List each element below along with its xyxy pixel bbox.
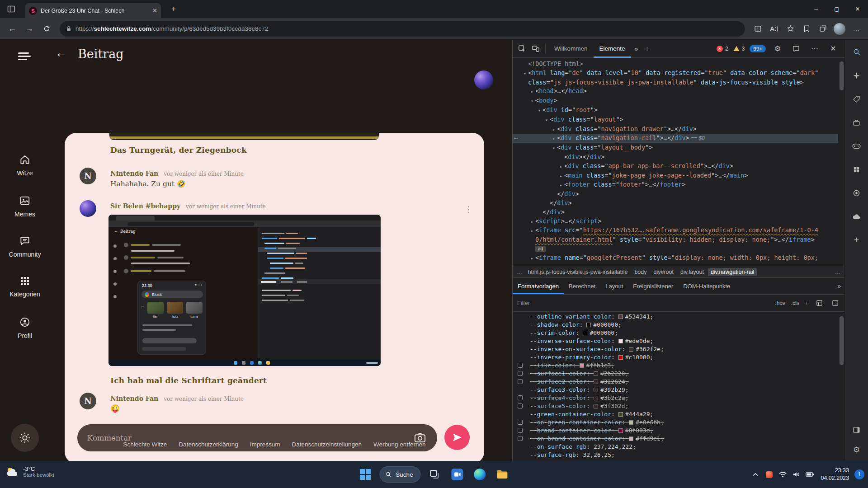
expand-arrow-icon[interactable]: ▸ [529, 87, 535, 96]
page-back-icon[interactable]: ← [55, 46, 67, 60]
notification-badge[interactable]: 1 [854, 469, 864, 479]
user-avatar[interactable] [474, 70, 493, 89]
tab-willkommen[interactable]: Willkommen [548, 40, 594, 58]
add-panel-icon[interactable]: + [642, 45, 652, 52]
search-icon[interactable] [852, 47, 862, 57]
error-icon[interactable]: ✕ [717, 46, 723, 52]
expand-arrow-icon[interactable]: ▾ [536, 106, 542, 115]
more-tabs-icon[interactable]: » [631, 45, 642, 52]
tree-node[interactable]: <div></div> [513, 153, 838, 162]
tray-chevron-icon[interactable] [750, 469, 761, 480]
color-swatch[interactable] [629, 420, 633, 425]
property-checkbox[interactable] [518, 420, 523, 425]
message-menu-icon[interactable]: ⋮ [464, 204, 473, 214]
css-property-row[interactable]: --brand-container-color: #8f003d; [513, 427, 838, 435]
onedrive-icon[interactable] [852, 211, 862, 221]
color-swatch[interactable] [618, 428, 623, 433]
edge-app-icon[interactable] [472, 466, 489, 483]
tab-layout[interactable]: Layout [600, 278, 628, 294]
sidebar-item-witze[interactable]: Witze [0, 154, 50, 177]
cropped-image[interactable] [109, 133, 379, 140]
tree-node[interactable]: ▸<iframe name="googlefcPresent" style="d… [513, 253, 838, 263]
avatar[interactable]: N [80, 393, 96, 409]
forward-icon[interactable]: → [22, 21, 37, 37]
embedded-screenshot-image[interactable]: ← Beitrag 23:30 ▾ ⌁ ▪ Block ≡ tier [108, 215, 381, 366]
css-property-row[interactable]: --surface-rgb: 32,26,25; [513, 451, 838, 459]
tab-close-icon[interactable]: ✕ [152, 7, 157, 14]
color-swatch[interactable] [594, 371, 598, 376]
property-checkbox[interactable] [518, 371, 523, 376]
color-swatch[interactable] [618, 314, 623, 319]
footer-link[interactable]: Schlechte Witze [123, 441, 167, 448]
property-checkbox[interactable] [518, 404, 523, 408]
profile-avatar[interactable] [834, 23, 845, 35]
property-checkbox[interactable] [518, 395, 523, 400]
color-swatch[interactable] [618, 412, 623, 417]
breadcrumb-item[interactable]: div#root [651, 268, 676, 276]
tree-node[interactable]: ▸<head>…</head> [513, 87, 838, 96]
rendering-icon[interactable] [814, 296, 824, 310]
css-property-row[interactable]: --surface2-color: #322624; [513, 378, 838, 386]
color-swatch[interactable] [594, 404, 598, 408]
expand-arrow-icon[interactable]: ▸ [558, 181, 564, 190]
css-property-row[interactable]: --inverse-surface-color: #ede0de; [513, 337, 838, 345]
browser-tab[interactable]: S Der Große 23 Uhr Chat - Schlech ✕ [25, 3, 161, 18]
tools-icon[interactable] [852, 117, 862, 127]
css-property-row[interactable]: --surface5-color: #3f302d; [513, 402, 838, 410]
chat-app-icon[interactable] [449, 466, 466, 483]
tree-node[interactable]: ▾<div id="root"> [513, 106, 838, 115]
theme-toggle-button[interactable] [11, 424, 39, 452]
weather-widget[interactable]: -3°C Stark bewölkt [5, 465, 54, 478]
tree-node[interactable]: </div> [513, 199, 838, 208]
warning-icon[interactable] [733, 46, 740, 52]
task-view-button[interactable] [426, 466, 443, 483]
footer-link[interactable]: Datenschutzeinstellungen [292, 441, 362, 448]
css-property-row[interactable]: --outline-variant-color: #534341; [513, 313, 838, 321]
color-swatch[interactable] [594, 388, 598, 392]
expand-arrow-icon[interactable]: ▸ [551, 125, 557, 134]
breadcrumb-item[interactable]: body [632, 268, 649, 276]
tree-node[interactable]: </div> [513, 208, 838, 217]
css-property-row[interactable]: --inverse-primary-color: #c10000; [513, 353, 838, 361]
footer-link[interactable]: Datenschutzerklärung [179, 441, 238, 448]
expand-arrow-icon[interactable]: ▸ [529, 226, 535, 235]
tree-node[interactable]: ▾<div class="layout"> [513, 115, 838, 125]
games-icon[interactable] [852, 141, 862, 151]
expand-arrow-icon[interactable]: ▸ [529, 254, 535, 263]
new-rule-icon[interactable]: + [805, 300, 808, 306]
tree-node[interactable]: 0/html/container.html" style="visibility… [513, 235, 838, 244]
tree-node[interactable]: <!DOCTYPE html> [513, 60, 838, 69]
property-checkbox[interactable] [518, 363, 523, 368]
sidebar-panel-icon[interactable] [852, 425, 862, 435]
expand-arrow-icon[interactable]: ▾ [529, 97, 535, 106]
tree-node[interactable]: ▾<html lang="de" data-level="10" data-re… [513, 69, 838, 78]
expand-arrow-icon[interactable]: ▸ [551, 134, 557, 143]
color-swatch[interactable] [629, 436, 633, 441]
css-property-row[interactable]: --green-container-color: #444a29; [513, 410, 838, 418]
css-property-row[interactable]: --like-color: #ffb1c3; [513, 361, 838, 370]
close-button[interactable]: ✕ [847, 0, 868, 18]
settings-ellipsis-icon[interactable]: … [849, 22, 863, 36]
favorites-icon[interactable] [799, 22, 814, 36]
css-property-row[interactable]: --on-surface-rgb: 237,224,222; [513, 443, 838, 451]
tab-elemente[interactable]: Elemente [594, 40, 631, 58]
color-swatch[interactable] [618, 355, 623, 360]
sidebar-item-memes[interactable]: Memes [0, 195, 50, 218]
color-swatch[interactable] [618, 339, 623, 343]
sidebar-item-profil[interactable]: Profil [0, 316, 50, 339]
css-property-row[interactable]: --inverse-on-surface-color: #362f2e; [513, 345, 838, 353]
tree-node[interactable]: ⋯▸<div class="navigation-rail">…</div> =… [513, 134, 838, 143]
color-swatch[interactable] [583, 331, 587, 335]
footer-link[interactable]: Impressum [250, 441, 280, 448]
color-swatch[interactable] [629, 347, 633, 352]
tree-node[interactable]: class="js js-focus-visible js-pwa-instal… [513, 78, 838, 87]
devtools-close-icon[interactable]: ✕ [826, 42, 840, 56]
refresh-icon[interactable] [39, 21, 54, 37]
css-property-row[interactable]: --surface3-color: #392b29; [513, 386, 838, 394]
styles-filter-input[interactable] [517, 300, 769, 306]
breadcrumb-item-selected[interactable]: div.navigation-rail [708, 268, 757, 276]
expand-arrow-icon[interactable]: ▾ [543, 116, 550, 125]
maximize-button[interactable]: ▢ [826, 0, 847, 18]
css-property-row[interactable]: --shadow-color: #000000; [513, 321, 838, 329]
tree-node[interactable]: ▸<script>…</script> [513, 217, 838, 226]
